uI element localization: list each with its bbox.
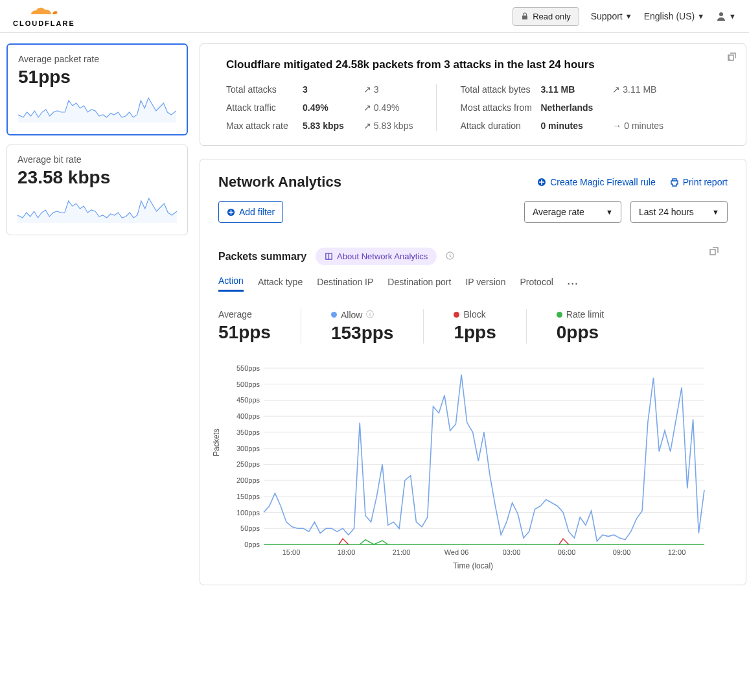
kpi-average: Average51pps <box>218 309 301 344</box>
tab-ip-version[interactable]: IP version <box>465 277 505 291</box>
readonly-badge: Read only <box>513 7 579 26</box>
kpi-allow: Allowⓘ153pps <box>301 309 424 344</box>
card-packet-rate[interactable]: Average packet rate 51pps <box>6 43 188 135</box>
stat-delta: ↗ 5.83 kbps <box>363 121 413 131</box>
mitigation-summary: Cloudflare mitigated 24.58k packets from… <box>200 43 746 146</box>
packets-chart: Packets 0pps50pps100pps150pps200pps250pp… <box>218 363 728 570</box>
chevron-down-icon: ▼ <box>729 12 736 20</box>
svg-text:0pps: 0pps <box>244 541 260 548</box>
tab-more[interactable]: ··· <box>568 279 579 289</box>
svg-text:400pps: 400pps <box>236 412 260 420</box>
user-icon <box>716 11 726 21</box>
sparkline <box>18 93 176 122</box>
chevron-down-icon: ▼ <box>625 12 632 20</box>
stat-delta: → 0 minutes <box>612 121 663 131</box>
stat-delta: ↗ 3.11 MB <box>612 84 656 95</box>
card-label: Average bit rate <box>17 154 177 165</box>
stat-key: Attack duration <box>460 121 540 131</box>
stat-key: Max attack rate <box>226 121 303 131</box>
brand-text: CLOUDFLARE <box>13 19 75 27</box>
line-chart-svg: 0pps50pps100pps150pps200pps250pps300pps3… <box>218 363 711 557</box>
create-firewall-rule-link[interactable]: Create Magic Firewall rule <box>537 177 656 187</box>
language-menu[interactable]: English (US) ▼ <box>644 11 704 21</box>
card-label: Average packet rate <box>18 54 176 64</box>
svg-text:100pps: 100pps <box>236 509 260 517</box>
stat-value: Netherlands <box>540 102 593 113</box>
stat-key: Total attacks <box>226 84 303 95</box>
clock-icon[interactable] <box>446 251 454 262</box>
svg-text:300pps: 300pps <box>236 445 260 452</box>
print-report-link[interactable]: Print report <box>670 177 728 187</box>
svg-text:350pps: 350pps <box>236 428 260 436</box>
add-filter-button[interactable]: Add filter <box>218 201 283 223</box>
stat-value: 3.11 MB <box>540 84 575 95</box>
network-analytics-panel: Network Analytics Create Magic Firewall … <box>200 159 746 585</box>
plus-circle-icon <box>227 208 235 216</box>
stat-value: 0 minutes <box>540 121 582 131</box>
dot-icon <box>331 312 337 318</box>
x-axis-label: Time (local) <box>218 561 728 570</box>
chevron-down-icon: ▼ <box>712 208 719 216</box>
card-value: 23.58 kbps <box>17 167 177 188</box>
stat-delta: ↗ 0.49% <box>363 102 400 113</box>
expand-icon[interactable] <box>728 52 737 64</box>
svg-text:50pps: 50pps <box>240 524 260 532</box>
user-menu[interactable]: ▼ <box>716 11 736 21</box>
tab-attack-type[interactable]: Attack type <box>258 277 303 291</box>
tab-action[interactable]: Action <box>218 275 244 292</box>
stat-key: Total attack bytes <box>460 84 540 95</box>
time-range-select[interactable]: Last 24 hours ▼ <box>630 201 728 223</box>
svg-text:250pps: 250pps <box>236 460 260 468</box>
stat-value: 3 <box>303 84 308 95</box>
stat-delta: ↗ 3 <box>363 84 379 95</box>
na-title: Network Analytics <box>218 174 341 191</box>
svg-text:550pps: 550pps <box>236 364 260 372</box>
svg-rect-4 <box>710 250 715 255</box>
svg-text:18:00: 18:00 <box>338 548 356 556</box>
tab-protocol[interactable]: Protocol <box>520 277 553 291</box>
book-icon <box>325 252 333 261</box>
lock-icon <box>521 12 529 20</box>
chevron-down-icon: ▼ <box>697 12 704 20</box>
dot-icon <box>454 312 459 318</box>
card-value: 51pps <box>18 67 176 88</box>
dot-icon <box>557 312 562 318</box>
mitigation-title: Cloudflare mitigated 24.58k packets from… <box>226 58 720 71</box>
svg-text:15:00: 15:00 <box>282 548 301 556</box>
card-bit-rate[interactable]: Average bit rate 23.58 kbps <box>6 145 188 235</box>
stat-value: 5.83 kbps <box>303 121 344 131</box>
stat-value: 0.49% <box>303 102 328 113</box>
svg-text:03:00: 03:00 <box>503 548 521 556</box>
rate-select[interactable]: Average rate ▼ <box>524 201 621 223</box>
sidebar: Average packet rate 51pps Average bit ra… <box>6 43 188 235</box>
kpi-block: Block1pps <box>424 309 526 344</box>
svg-text:12:00: 12:00 <box>668 548 686 556</box>
plus-circle-icon <box>537 178 546 187</box>
svg-text:450pps: 450pps <box>236 396 260 404</box>
svg-text:06:00: 06:00 <box>558 548 576 556</box>
kpi-rate-limit: Rate limit0pps <box>527 309 634 344</box>
print-icon <box>670 178 679 187</box>
packets-summary-title: Packets summary <box>218 251 306 262</box>
support-menu[interactable]: Support ▼ <box>591 11 632 21</box>
brand-logo[interactable]: CLOUDFLARE <box>13 5 75 27</box>
svg-text:21:00: 21:00 <box>393 548 411 556</box>
stat-key: Attack traffic <box>226 102 303 113</box>
kpi-row: Average51ppsAllowⓘ153ppsBlock1ppsRate li… <box>218 309 728 344</box>
about-analytics-link[interactable]: About Network Analytics <box>316 248 437 265</box>
svg-text:150pps: 150pps <box>236 493 260 500</box>
y-axis-label: Packets <box>212 428 221 456</box>
tabs: ActionAttack typeDestination IPDestinati… <box>218 275 728 292</box>
svg-text:09:00: 09:00 <box>613 548 631 556</box>
info-icon[interactable]: ⓘ <box>366 309 374 320</box>
chevron-down-icon: ▼ <box>606 208 613 216</box>
svg-text:Wed 06: Wed 06 <box>444 548 469 556</box>
app-header: CLOUDFLARE Read only Support ▼ English (… <box>0 0 749 33</box>
expand-icon[interactable] <box>709 246 719 258</box>
tab-destination-port[interactable]: Destination port <box>387 277 451 291</box>
cloud-icon <box>29 5 59 18</box>
stat-key: Most attacks from <box>460 102 540 113</box>
svg-text:200pps: 200pps <box>236 476 260 484</box>
tab-destination-ip[interactable]: Destination IP <box>317 277 373 291</box>
svg-text:500pps: 500pps <box>236 380 260 388</box>
